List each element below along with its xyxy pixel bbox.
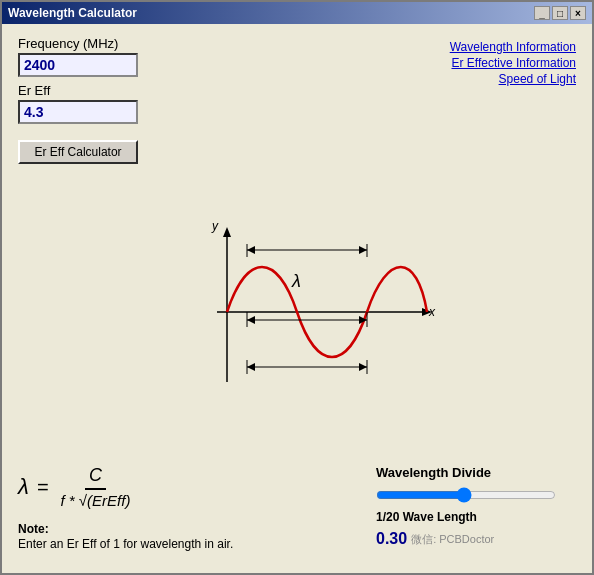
close-button[interactable]: × — [570, 6, 586, 20]
formula-section: λ = C f * √(ErEff) Note: Enter an Er Eff… — [18, 455, 576, 561]
svg-marker-8 — [247, 246, 255, 254]
formula-denominator: f * √(ErEff) — [57, 490, 135, 509]
equals-symbol: = — [37, 476, 49, 499]
wave-diagram: y x λ — [157, 212, 437, 412]
frequency-input[interactable] — [18, 53, 138, 77]
left-panel: Frequency (MHz) Er Eff Er Eff Calculator — [18, 36, 138, 164]
watermark-text: 微信: PCBDoctor — [411, 532, 494, 547]
formula-fraction: C f * √(ErEff) — [57, 465, 135, 509]
formula-left: λ = C f * √(ErEff) Note: Enter an Er Eff… — [18, 465, 233, 551]
speed-of-light-link[interactable]: Speed of Light — [499, 72, 576, 86]
title-bar: Wavelength Calculator _ □ × — [2, 2, 592, 24]
svg-marker-9 — [359, 246, 367, 254]
note-text: Enter an Er Eff of 1 for wavelength in a… — [18, 537, 233, 551]
er-effective-info-link[interactable]: Er Effective Information — [452, 56, 577, 70]
wave-length-value-row: 0.30 微信: PCBDoctor — [376, 530, 576, 548]
formula-numerator: C — [85, 465, 106, 490]
maximize-button[interactable]: □ — [552, 6, 568, 20]
title-bar-buttons: _ □ × — [534, 6, 586, 20]
minimize-button[interactable]: _ — [534, 6, 550, 20]
er-eff-label: Er Eff — [18, 83, 138, 98]
svg-marker-1 — [223, 227, 231, 237]
wavelength-divide-slider[interactable] — [376, 486, 556, 504]
er-eff-calculator-button[interactable]: Er Eff Calculator — [18, 140, 138, 164]
note-label: Note: — [18, 522, 49, 536]
diagram-area: y x λ — [18, 172, 576, 451]
svg-marker-13 — [247, 316, 255, 324]
svg-text:y: y — [211, 219, 219, 233]
top-section: Frequency (MHz) Er Eff Er Eff Calculator… — [18, 36, 576, 164]
frequency-label: Frequency (MHz) — [18, 36, 138, 51]
lambda-symbol: λ — [18, 474, 29, 500]
note-section: Note: Enter an Er Eff of 1 for wavelengt… — [18, 521, 233, 551]
wave-length-label: 1/20 Wave Length — [376, 510, 576, 524]
wave-length-value: 0.30 — [376, 530, 407, 548]
svg-text:x: x — [428, 305, 436, 319]
svg-text:λ: λ — [291, 271, 301, 291]
er-eff-input[interactable] — [18, 100, 138, 124]
wavelength-info-link[interactable]: Wavelength Information — [450, 40, 576, 54]
wavelength-divide-label: Wavelength Divide — [376, 465, 576, 480]
svg-marker-19 — [359, 363, 367, 371]
formula-display: λ = C f * √(ErEff) — [18, 465, 233, 509]
svg-marker-18 — [247, 363, 255, 371]
main-window: Wavelength Calculator _ □ × Frequency (M… — [0, 0, 594, 575]
content-area: Frequency (MHz) Er Eff Er Eff Calculator… — [2, 24, 592, 573]
right-panel: Wavelength Divide 1/20 Wave Length 0.30 … — [376, 465, 576, 548]
links-panel: Wavelength Information Er Effective Info… — [450, 36, 576, 86]
window-title: Wavelength Calculator — [8, 6, 137, 20]
